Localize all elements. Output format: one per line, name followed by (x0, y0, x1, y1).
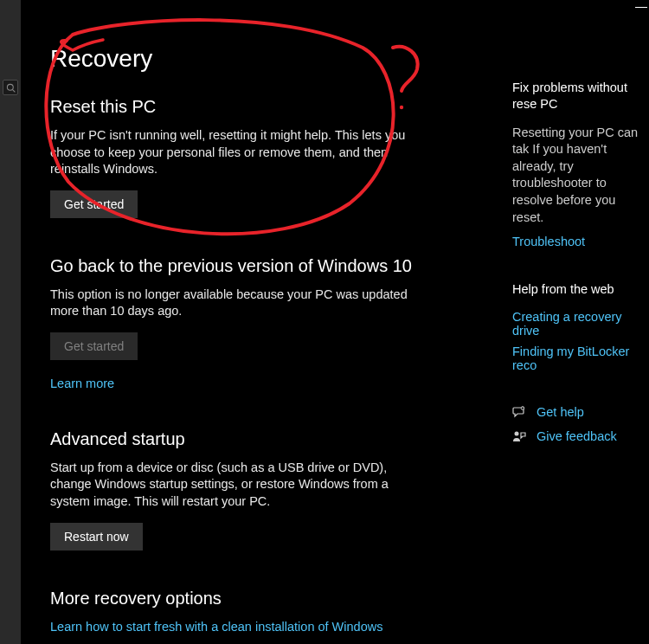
person-icon (512, 429, 526, 443)
sidebar (0, 0, 21, 644)
get-started-disabled-button: Get started (50, 332, 138, 360)
svg-line-1 (12, 89, 15, 92)
section-heading: More recovery options (50, 589, 504, 609)
recovery-drive-link[interactable]: Creating a recovery drive (512, 310, 649, 338)
section-heading: Reset this PC (50, 97, 504, 117)
fix-problems-block: Fix problems without rese PC Resetting y… (512, 80, 649, 248)
clean-install-link[interactable]: Learn how to start fresh with a clean in… (50, 620, 382, 634)
more-recovery-section: More recovery options Learn how to start… (50, 589, 504, 634)
help-from-web-block: Help from the web Creating a recovery dr… (512, 281, 649, 372)
chat-icon: ? (512, 405, 526, 419)
section-body: This option is no longer available becau… (50, 287, 414, 320)
get-started-button[interactable]: Get started (50, 190, 138, 218)
reset-this-pc-section: Reset this PC If your PC isn't running w… (50, 97, 504, 218)
give-feedback-row[interactable]: Give feedback (512, 429, 649, 443)
svg-point-4 (515, 431, 519, 435)
search-icon[interactable] (3, 80, 18, 95)
right-column: Fix problems without rese PC Resetting y… (504, 0, 649, 644)
block-heading: Help from the web (512, 281, 649, 298)
section-body: Start up from a device or disc (such as … (50, 460, 414, 511)
content-column: Recovery Reset this PC If your PC isn't … (21, 0, 504, 644)
bitlocker-link[interactable]: Finding my BitLocker reco (512, 345, 649, 372)
learn-more-link[interactable]: Learn more (50, 377, 114, 390)
advanced-startup-section: Advanced startup Start up from a device … (50, 429, 504, 551)
go-back-section: Go back to the previous version of Windo… (50, 256, 504, 391)
troubleshoot-link[interactable]: Troubleshoot (512, 235, 649, 248)
page-title: Recovery (50, 45, 504, 73)
get-help-row[interactable]: ? Get help (512, 405, 649, 419)
block-heading: Fix problems without rese PC (512, 80, 649, 113)
restart-now-button[interactable]: Restart now (50, 523, 143, 551)
main: Recovery Reset this PC If your PC isn't … (21, 0, 649, 644)
minimize-icon[interactable] (635, 6, 647, 8)
section-body: If your PC isn't running well, resetting… (50, 127, 414, 178)
svg-point-0 (7, 84, 13, 90)
section-heading: Go back to the previous version of Windo… (50, 256, 504, 276)
give-feedback-link[interactable]: Give feedback (537, 429, 617, 443)
support-block: ? Get help Give feedback (512, 405, 649, 443)
get-help-link[interactable]: Get help (537, 405, 584, 419)
block-body: Resetting your PC can tak If you haven't… (512, 125, 649, 226)
section-heading: Advanced startup (50, 429, 504, 449)
